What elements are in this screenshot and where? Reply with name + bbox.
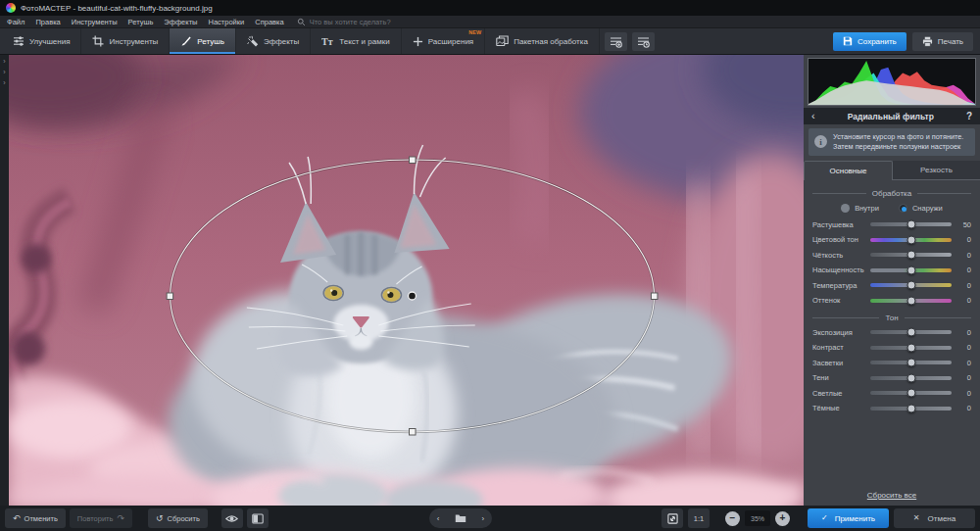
slider-track[interactable] — [870, 268, 952, 272]
tab-batch-processing[interactable]: Пакетная обработка — [485, 28, 600, 54]
slider-thumb[interactable] — [906, 235, 915, 244]
slider-thumb[interactable] — [906, 343, 915, 352]
expand-chevron-icon[interactable]: › — [3, 79, 5, 86]
zoom-out-button[interactable]: − — [725, 511, 740, 526]
magic-wand-icon — [247, 35, 259, 47]
preset-history-icon — [637, 35, 650, 48]
tab-basic[interactable]: Основные — [804, 161, 893, 180]
tab-tools[interactable]: Инструменты — [81, 28, 170, 54]
expand-chevron-icon[interactable]: › — [3, 69, 5, 75]
main-toolbar: Улучшения Инструменты Ретушь Эффекты Tт … — [0, 28, 980, 55]
hint-line2: Затем передвиньте ползунки настроек — [833, 142, 960, 151]
zoom-in-button[interactable]: + — [775, 511, 790, 526]
tab-effects[interactable]: Эффекты — [236, 28, 311, 54]
tab-extensions[interactable]: NEW Расширения — [402, 28, 486, 54]
menu-retouch[interactable]: Ретушь — [128, 18, 154, 26]
fit-screen-icon — [667, 513, 678, 524]
menu-file[interactable]: Файл — [7, 18, 24, 26]
workspace: › › › — [0, 55, 980, 506]
prev-photo-icon[interactable]: ‹ — [437, 514, 440, 523]
slider-thumb[interactable] — [906, 389, 915, 398]
undo-icon: ↶ — [13, 514, 21, 523]
fit-screen-button[interactable] — [662, 508, 683, 528]
menu-effects[interactable]: Эффекты — [164, 18, 197, 26]
tab-retouch-active[interactable]: Ретушь — [170, 28, 236, 54]
redo-button[interactable]: Повторить ↷ — [70, 508, 132, 528]
undo-button[interactable]: ↶ Отменить — [5, 508, 66, 528]
tab-label: Расширения — [428, 37, 474, 46]
slider-track[interactable] — [870, 391, 952, 395]
slider-thumb[interactable] — [906, 251, 915, 260]
slider-label: Цветовой тон — [812, 235, 868, 244]
zoom-level[interactable]: 35% — [745, 510, 770, 526]
tab-sharpness[interactable]: Резкость — [893, 161, 980, 180]
reset-button[interactable]: ↺ Сбросить — [148, 508, 208, 528]
search-box[interactable]: Что вы хотите сделать? — [297, 18, 391, 26]
radio-dot — [841, 204, 850, 213]
slider-track[interactable] — [870, 253, 952, 257]
help-icon[interactable]: ? — [966, 111, 972, 121]
slider-thumb[interactable] — [906, 220, 915, 229]
expand-chevron-icon[interactable]: › — [3, 58, 5, 65]
tab-label: Эффекты — [264, 37, 299, 46]
radio-outside[interactable]: Снаружи — [899, 204, 943, 213]
slider-thumb[interactable] — [906, 373, 915, 382]
slider-track[interactable] — [870, 330, 952, 334]
before-after-button[interactable] — [247, 508, 269, 528]
slider-thumb[interactable] — [906, 359, 915, 367]
slider-track[interactable] — [870, 299, 952, 303]
panel-content: Обработка Внутри Снаружи Растушевка 50 — [804, 180, 980, 506]
right-panel: ‹ Радиальный фильтр ? i Установите курсо… — [804, 55, 980, 506]
slider-track[interactable] — [870, 361, 952, 364]
slider-label: Засветки — [812, 359, 868, 367]
slider-track[interactable] — [870, 222, 952, 226]
slider-feather: Растушевка 50 — [812, 217, 971, 233]
undo-label: Отменить — [24, 514, 58, 523]
tab-label: Текст и рамки — [339, 37, 389, 46]
slider-track[interactable] — [870, 407, 952, 410]
next-photo-icon[interactable]: › — [482, 514, 485, 523]
actual-size-button[interactable]: 1:1 — [688, 508, 710, 528]
cancel-button[interactable]: ✕ Отмена — [894, 508, 975, 528]
reset-label: Сбросить — [168, 514, 200, 523]
add-preset-button[interactable] — [605, 32, 627, 51]
folder-icon[interactable] — [455, 513, 466, 523]
photo-canvas[interactable] — [9, 55, 804, 506]
tab-label: Улучшения — [29, 37, 70, 46]
slider-value: 0 — [957, 235, 971, 244]
menu-settings[interactable]: Настройки — [208, 18, 244, 26]
slider-label: Тёмные — [812, 404, 868, 412]
slider-label: Экспозиция — [812, 328, 868, 337]
print-button[interactable]: Печать — [912, 32, 973, 51]
app-logo-icon — [6, 3, 16, 13]
menu-help[interactable]: Справка — [255, 18, 283, 26]
slider-thumb[interactable] — [906, 404, 915, 412]
apply-button[interactable]: ✓ Применить — [808, 508, 889, 528]
radio-label: Снаружи — [912, 204, 943, 213]
slider-track[interactable] — [870, 238, 952, 242]
radio-inside[interactable]: Внутри — [841, 204, 879, 213]
slider-thumb[interactable] — [906, 328, 915, 337]
slider-thumb[interactable] — [906, 281, 915, 290]
save-button[interactable]: Сохранить — [833, 32, 906, 51]
slider-value: 0 — [957, 296, 971, 305]
slider-thumb[interactable] — [906, 296, 915, 305]
preview-original-button[interactable] — [221, 508, 243, 528]
slider-track[interactable] — [870, 346, 952, 350]
reset-all-link[interactable]: Сбросить все — [812, 491, 971, 500]
menu-edit[interactable]: Правка — [35, 18, 60, 26]
slider-value: 0 — [957, 281, 971, 290]
cancel-label: Отмена — [928, 514, 956, 523]
tab-enhancements[interactable]: Улучшения — [2, 28, 81, 54]
slider-track[interactable] — [870, 376, 952, 380]
left-edge-strip: › › › — [0, 55, 9, 506]
hint-line1: Установите курсор на фото и потяните. — [833, 132, 963, 141]
slider-value: 0 — [957, 359, 971, 367]
slider-track[interactable] — [870, 283, 952, 287]
tab-text-frames[interactable]: Tт Текст и рамки — [311, 28, 401, 54]
menu-tools[interactable]: Инструменты — [72, 18, 118, 26]
preset-history-button[interactable] — [632, 32, 655, 51]
slider-thumb[interactable] — [906, 266, 915, 274]
photomaster-app: ФотоМАСТЕР - beautiful-cat-with-fluffy-b… — [0, 0, 980, 531]
slider-value: 0 — [957, 266, 971, 274]
